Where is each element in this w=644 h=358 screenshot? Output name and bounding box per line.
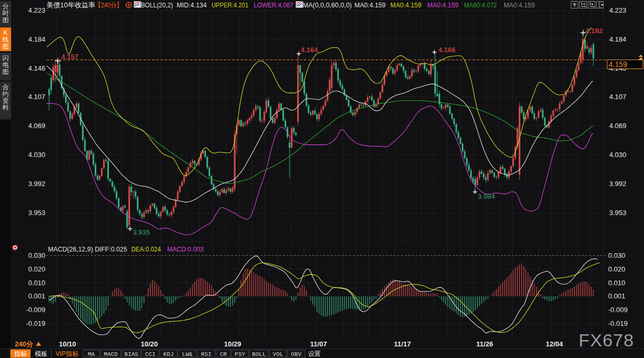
svg-text:12/04: 12/04 [546, 340, 563, 348]
svg-text:0.010: 0.010 [608, 279, 626, 287]
svg-text:K: K [3, 29, 7, 36]
svg-text:0.030: 0.030 [608, 251, 626, 259]
svg-text:FX678: FX678 [579, 330, 634, 350]
svg-text:4.223: 4.223 [609, 6, 627, 14]
svg-text:4.166: 4.166 [438, 46, 456, 54]
svg-text:料: 料 [3, 104, 9, 111]
svg-text:MACD: MACD [104, 351, 118, 357]
svg-text:【240分】: 【240分】 [95, 1, 122, 9]
svg-text:0.020: 0.020 [608, 265, 626, 273]
svg-text:4.192: 4.192 [585, 27, 603, 35]
svg-text:3.984: 3.984 [478, 192, 495, 200]
svg-text:10/29: 10/29 [224, 340, 242, 348]
svg-text:MA0:4.159: MA0:4.159 [504, 2, 535, 9]
svg-text:BOLL: BOLL [252, 351, 266, 357]
svg-text:图: 图 [3, 16, 9, 24]
svg-text:11/26: 11/26 [476, 340, 493, 348]
svg-text:0.001: 0.001 [28, 292, 45, 300]
svg-text:240分: 240分 [15, 340, 34, 348]
svg-text:11/07: 11/07 [310, 340, 327, 348]
svg-text:MACD(26,12,9) DIFF:0.025: MACD(26,12,9) DIFF:0.025 [48, 246, 127, 253]
svg-text:0.001: 0.001 [608, 292, 626, 300]
svg-text:0.020: 0.020 [28, 265, 45, 273]
svg-text:MID:4.134: MID:4.134 [177, 2, 207, 9]
svg-text:BOLL(20,2): BOLL(20,2) [141, 2, 173, 9]
svg-text:图: 图 [3, 68, 9, 75]
svg-text:CCI: CCI [145, 351, 156, 357]
svg-text:-0.019: -0.019 [26, 320, 45, 327]
svg-text:-0.009: -0.009 [608, 306, 628, 314]
svg-text:10/10: 10/10 [59, 340, 76, 348]
svg-text:MA0:4.159: MA0:4.159 [390, 2, 421, 9]
svg-text:3.935: 3.935 [133, 228, 150, 236]
svg-text:4.184: 4.184 [28, 35, 45, 43]
svg-text:MA0:4.159: MA0:4.159 [427, 2, 458, 9]
svg-text:4.030: 4.030 [609, 151, 627, 159]
svg-text:MACD:0.003: MACD:0.003 [167, 246, 204, 253]
svg-text:分: 分 [3, 3, 9, 10]
svg-text:图: 图 [3, 43, 9, 50]
svg-text:CR: CR [220, 351, 227, 357]
svg-text:时: 时 [3, 9, 9, 17]
svg-text:模板: 模板 [35, 350, 47, 357]
svg-text:线: 线 [3, 36, 9, 43]
svg-text:4.069: 4.069 [609, 122, 627, 130]
svg-text:3.992: 3.992 [28, 180, 45, 188]
svg-text:电: 电 [3, 61, 9, 69]
svg-text:MA0:4.159: MA0:4.159 [354, 2, 386, 9]
svg-text:4.184: 4.184 [609, 35, 627, 43]
svg-text:资: 资 [3, 97, 9, 104]
svg-text:4.157: 4.157 [61, 53, 79, 61]
svg-text:DEA:0.024: DEA:0.024 [131, 246, 161, 253]
svg-text:约: 约 [3, 90, 9, 98]
svg-text:闪: 闪 [3, 54, 9, 62]
svg-text:KDJ: KDJ [164, 351, 174, 357]
svg-text:设置: 设置 [308, 350, 321, 357]
svg-text:4.223: 4.223 [28, 6, 45, 14]
svg-text:-0.019: -0.019 [608, 320, 628, 327]
svg-text:4.107: 4.107 [609, 93, 627, 101]
svg-text:4.164: 4.164 [301, 46, 318, 54]
svg-text:MA(0,0,0,60,0,0): MA(0,0,0,60,0,0) [303, 2, 352, 9]
svg-text:UPPER:4.201: UPPER:4.201 [212, 2, 248, 9]
svg-text:LOWER:4.067: LOWER:4.067 [254, 2, 293, 9]
svg-text:3.953: 3.953 [28, 209, 45, 217]
svg-text:4.146: 4.146 [28, 64, 45, 72]
svg-text:4.069: 4.069 [28, 122, 45, 130]
svg-text:0.030: 0.030 [28, 251, 45, 259]
svg-text:美债10年收益率: 美债10年收益率 [46, 1, 95, 9]
svg-text:3.953: 3.953 [609, 209, 627, 217]
svg-text:4.030: 4.030 [28, 151, 45, 159]
svg-text:MA60:4.072: MA60:4.072 [464, 2, 497, 9]
svg-text:VOL: VOL [273, 351, 283, 357]
svg-text:BIAS: BIAS [124, 351, 139, 357]
svg-text:0.010: 0.010 [28, 279, 45, 287]
svg-text:RSI: RSI [201, 351, 212, 357]
svg-text:11/17: 11/17 [394, 340, 411, 348]
svg-text:MA: MA [88, 351, 95, 357]
svg-text:-0.009: -0.009 [26, 306, 45, 314]
svg-text:4.159: 4.159 [609, 60, 627, 69]
svg-text:10/20: 10/20 [141, 340, 158, 348]
svg-text:指标: 指标 [14, 350, 27, 357]
svg-text:PSY: PSY [235, 351, 245, 357]
svg-text:3.992: 3.992 [609, 180, 627, 188]
svg-text:LW&: LW& [182, 351, 193, 357]
svg-text:OBV: OBV [291, 351, 302, 357]
svg-text:合: 合 [3, 83, 9, 91]
svg-text:4.107: 4.107 [28, 93, 45, 101]
svg-text:VIP指标: VIP指标 [55, 350, 79, 357]
